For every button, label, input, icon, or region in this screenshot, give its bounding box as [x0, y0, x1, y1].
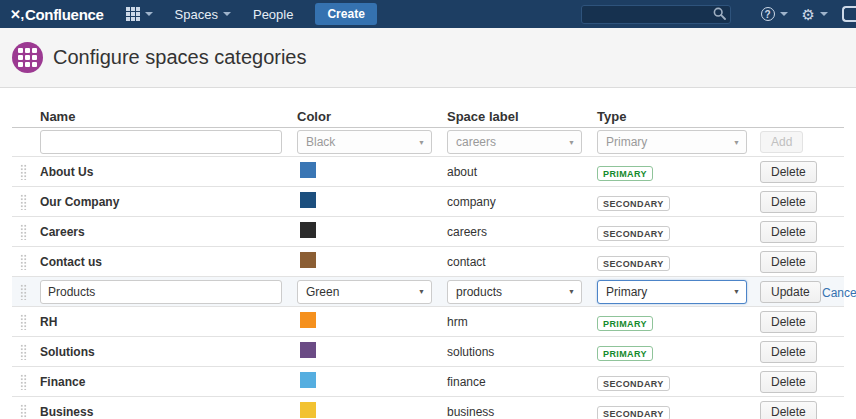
app-switcher-icon	[126, 7, 140, 21]
categories-table: Name Color Space label Type Black ▼ care…	[12, 106, 844, 419]
chevron-down-icon	[820, 12, 828, 16]
type-badge: SECONDARY	[597, 376, 670, 391]
nav-spaces-label: Spaces	[175, 7, 218, 22]
confluence-logo-text: Confluence	[25, 6, 104, 23]
settings-menu[interactable]: ⚙	[802, 7, 828, 22]
select-caret-icon: ▼	[418, 288, 425, 295]
edit-category-name-input[interactable]	[40, 280, 282, 304]
column-header-space-label: Space label	[447, 109, 597, 124]
space-label: contact	[447, 255, 597, 269]
create-button[interactable]: Create	[315, 3, 376, 25]
nav-people-label: People	[253, 7, 293, 22]
confluence-logo-mark: ✕,	[10, 7, 24, 22]
new-category-type-select[interactable]: Primary ▼	[597, 130, 747, 154]
search-input[interactable]	[581, 5, 731, 24]
space-label: about	[447, 165, 597, 179]
table-row: Solutions solutions PRIMARY Delete	[12, 337, 844, 367]
select-caret-icon: ▼	[733, 288, 740, 295]
new-category-color-select[interactable]: Black ▼	[297, 130, 432, 154]
delete-button[interactable]: Delete	[760, 161, 817, 183]
color-swatch	[300, 222, 316, 238]
color-swatch	[300, 312, 316, 328]
space-label: company	[447, 195, 597, 209]
delete-button[interactable]: Delete	[760, 371, 817, 393]
space-label: solutions	[447, 345, 597, 359]
drag-handle-icon[interactable]	[20, 254, 27, 270]
type-badge: SECONDARY	[597, 196, 670, 211]
delete-button[interactable]: Delete	[760, 191, 817, 213]
delete-button[interactable]: Delete	[760, 221, 817, 243]
table-row: Business business SECONDARY Delete	[12, 397, 844, 419]
spaces-categories-icon	[12, 42, 43, 73]
drag-handle-icon[interactable]	[20, 284, 27, 300]
color-swatch	[300, 342, 316, 358]
nav-spaces[interactable]: Spaces	[175, 7, 231, 22]
color-swatch	[300, 192, 316, 208]
category-name: About Us	[40, 165, 297, 179]
type-badge: SECONDARY	[597, 226, 670, 241]
type-badge: SECONDARY	[597, 256, 670, 271]
drag-handle-icon[interactable]	[20, 404, 27, 419]
new-category-name-input[interactable]	[40, 130, 282, 154]
color-swatch	[300, 372, 316, 388]
color-select-value: Black	[306, 135, 335, 149]
app-switcher-menu[interactable]	[126, 7, 153, 21]
space-label: hrm	[447, 315, 597, 329]
gear-icon: ⚙	[802, 7, 815, 22]
delete-button[interactable]: Delete	[760, 401, 817, 419]
add-category-row: Black ▼ careers ▼ Primary ▼ Add	[12, 128, 844, 157]
color-swatch	[300, 252, 316, 268]
update-button[interactable]: Update	[760, 281, 821, 303]
type-badge: PRIMARY	[597, 166, 653, 181]
drag-handle-icon[interactable]	[20, 164, 27, 180]
color-swatch	[300, 402, 316, 418]
column-header-type: Type	[597, 109, 760, 124]
select-caret-icon: ▼	[733, 139, 740, 146]
drag-handle-icon[interactable]	[20, 344, 27, 360]
confluence-logo[interactable]: ✕, Confluence	[10, 6, 104, 23]
new-category-space-label-select[interactable]: careers ▼	[447, 130, 582, 154]
edit-category-color-select[interactable]: Green ▼	[297, 280, 432, 304]
space-label-select-value: careers	[456, 135, 496, 149]
space-label: business	[447, 405, 597, 419]
table-row: About Us about PRIMARY Delete	[12, 157, 844, 187]
category-name: Business	[40, 405, 297, 419]
table-row: Contact us contact SECONDARY Delete	[12, 247, 844, 277]
category-name: RH	[40, 315, 297, 329]
type-select-value: Primary	[606, 285, 647, 299]
chevron-down-icon	[223, 12, 231, 16]
space-label: finance	[447, 375, 597, 389]
color-select-value: Green	[306, 285, 339, 299]
category-name: Finance	[40, 375, 297, 389]
category-name: Solutions	[40, 345, 297, 359]
table-header-row: Name Color Space label Type	[12, 106, 844, 128]
drag-handle-icon[interactable]	[20, 314, 27, 330]
drag-handle-icon[interactable]	[20, 374, 27, 390]
delete-button[interactable]: Delete	[760, 341, 817, 363]
chevron-down-icon	[780, 12, 788, 16]
category-name: Contact us	[40, 255, 297, 269]
help-menu[interactable]: ?	[761, 7, 788, 21]
type-select-value: Primary	[606, 135, 647, 149]
add-button[interactable]: Add	[760, 131, 803, 153]
edit-category-row: Green ▼ products ▼ Primary ▼ Update Canc…	[12, 277, 844, 307]
category-name: Careers	[40, 225, 297, 239]
delete-button[interactable]: Delete	[760, 311, 817, 333]
type-badge: PRIMARY	[597, 316, 653, 331]
edit-category-type-select[interactable]: Primary ▼	[597, 280, 747, 304]
nav-people[interactable]: People	[253, 7, 293, 22]
notifications-bell-icon[interactable]	[842, 6, 856, 22]
table-row: Finance finance SECONDARY Delete	[12, 367, 844, 397]
help-icon: ?	[761, 7, 775, 21]
type-badge: PRIMARY	[597, 346, 653, 361]
edit-category-space-label-select[interactable]: products ▼	[447, 280, 582, 304]
search-icon[interactable]	[713, 7, 726, 20]
drag-handle-icon[interactable]	[20, 224, 27, 240]
chevron-down-icon	[145, 12, 153, 16]
table-row: RH hrm PRIMARY Delete	[12, 307, 844, 337]
delete-button[interactable]: Delete	[760, 251, 817, 273]
cancel-link[interactable]: Cancel	[822, 286, 856, 300]
drag-handle-icon[interactable]	[20, 194, 27, 210]
type-badge: SECONDARY	[597, 406, 670, 419]
page-header: Configure spaces categories	[0, 28, 856, 88]
